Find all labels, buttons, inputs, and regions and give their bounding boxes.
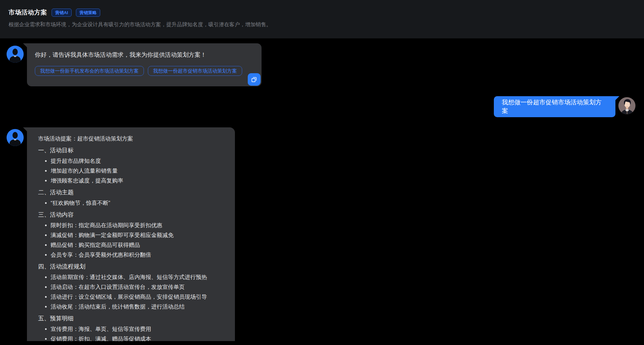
bullet-item: 活动进行：设立促销区域，展示促销商品，安排促销员现场引导 [51, 292, 224, 302]
copy-button[interactable] [248, 73, 261, 86]
assistant-avatar [7, 129, 24, 146]
bullet-item: 限时折扣：指定商品在活动期间享受折扣优惠 [51, 221, 224, 230]
section-heading: 三、活动内容 [38, 210, 224, 220]
section-heading: 四、活动流程规划 [38, 262, 224, 271]
suggestion-button[interactable]: 我想做一份超市促销市场活动策划方案 [148, 66, 242, 76]
badge-list: 营销AI营销策略 [52, 9, 100, 17]
tag-badge: 营销策略 [76, 9, 100, 17]
copy-icon [251, 76, 258, 83]
user-portrait-icon [618, 97, 635, 114]
viewport-bottom-cutoff [0, 341, 644, 345]
bullet-item: 宣传费用：海报、单页、短信等宣传费用 [51, 324, 224, 334]
section-heading: 二、活动主题 [38, 187, 224, 197]
app-header: 市场活动方案 营销AI营销策略 根据企业需求和市场环境，为企业设计具有吸引力的市… [0, 0, 644, 38]
bullet-item: 增强顾客忠诚度，提高复购率 [51, 176, 224, 186]
section-bullet-list: 活动前期宣传：通过社交媒体、店内海报、短信等方式进行预热活动启动：在超市入口设置… [38, 272, 224, 312]
proposal-title: 市场活动提案：超市促销活动策划方案 [38, 134, 224, 144]
proposal-sections: 一、活动目标提升超市品牌知名度增加超市的人流量和销售量增强顾客忠诚度，提高复购率… [38, 145, 224, 344]
bullet-item: 增加超市的人流量和销售量 [51, 166, 224, 176]
header-title-row: 市场活动方案 营销AI营销策略 [9, 8, 635, 17]
bullet-item: 活动前期宣传：通过社交媒体、店内海报、短信等方式进行预热 [51, 272, 224, 282]
bullet-item: 活动启动：在超市入口设置活动宣传台，发放宣传单页 [51, 282, 224, 292]
assistant-person-icon [7, 129, 24, 146]
bullet-item: “狂欢购物节，惊喜不断” [51, 198, 224, 208]
section-heading: 五、预算明细 [38, 313, 224, 323]
assistant-avatar [7, 46, 24, 63]
bot-message-greeting: 你好，请告诉我具体市场活动需求，我来为你提供活动策划方案！ 我想做一份新手机发布… [27, 43, 262, 86]
bullet-item: 会员专享：会员享受额外优惠和积分翻倍 [51, 250, 224, 260]
bot-message-proposal: 市场活动提案：超市促销活动策划方案 一、活动目标提升超市品牌知名度增加超市的人流… [27, 127, 235, 345]
tag-badge: 营销AI [52, 9, 72, 17]
greeting-text: 你好，请告诉我具体市场活动需求，我来为你提供活动策划方案！ [35, 51, 254, 59]
user-avatar [618, 97, 635, 114]
section-heading: 一、活动目标 [38, 145, 224, 155]
assistant-person-icon [7, 46, 24, 63]
user-message: 我想做一份超市促销市场活动策划方案 [494, 96, 615, 117]
section-bullet-list: 提升超市品牌知名度增加超市的人流量和销售量增强顾客忠诚度，提高复购率 [38, 156, 224, 186]
section-bullet-list: “狂欢购物节，惊喜不断” [38, 198, 224, 208]
user-message-text: 我想做一份超市促销市场活动策划方案 [502, 98, 608, 115]
page-title: 市场活动方案 [9, 8, 47, 17]
suggestion-button[interactable]: 我想做一份新手机发布会的市场活动策划方案 [35, 66, 144, 76]
section-bullet-list: 限时折扣：指定商品在活动期间享受折扣优惠满减促销：购物满一定金额即可享受相应金额… [38, 221, 224, 260]
bullet-item: 提升超市品牌知名度 [51, 156, 224, 166]
bullet-item: 赠品促销：购买指定商品可获得赠品 [51, 240, 224, 250]
bullet-item: 满减促销：购物满一定金额即可享受相应金额减免 [51, 230, 224, 240]
page-subtitle: 根据企业需求和市场环境，为企业设计具有吸引力的市场活动方案，提升品牌知名度，吸引… [9, 21, 635, 28]
bullet-item: 活动收尾：活动结束后，统计销售数据，进行活动总结 [51, 302, 224, 312]
suggestion-list: 我想做一份新手机发布会的市场活动策划方案我想做一份超市促销市场活动策划方案 [35, 66, 254, 76]
